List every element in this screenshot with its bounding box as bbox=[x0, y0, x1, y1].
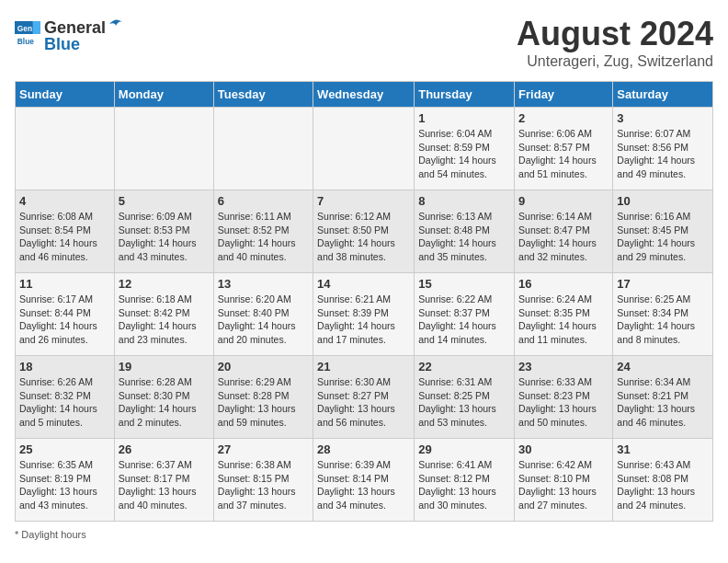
calendar-day-cell bbox=[313, 108, 415, 190]
calendar-day-cell: 23Sunrise: 6:33 AM Sunset: 8:23 PM Dayli… bbox=[515, 356, 613, 439]
day-info: Sunrise: 6:17 AM Sunset: 8:44 PM Dayligh… bbox=[19, 293, 110, 347]
calendar-day-cell: 5Sunrise: 6:09 AM Sunset: 8:53 PM Daylig… bbox=[114, 190, 213, 273]
calendar-day-cell: 24Sunrise: 6:34 AM Sunset: 8:21 PM Dayli… bbox=[613, 356, 713, 439]
day-info: Sunrise: 6:04 AM Sunset: 8:59 PM Dayligh… bbox=[418, 127, 510, 181]
calendar-day-cell: 15Sunrise: 6:22 AM Sunset: 8:37 PM Dayli… bbox=[415, 273, 515, 356]
calendar-day-cell: 17Sunrise: 6:25 AM Sunset: 8:34 PM Dayli… bbox=[613, 273, 713, 356]
day-info: Sunrise: 6:12 AM Sunset: 8:50 PM Dayligh… bbox=[317, 210, 410, 264]
day-info: Sunrise: 6:43 AM Sunset: 8:08 PM Dayligh… bbox=[617, 458, 709, 512]
day-info: Sunrise: 6:39 AM Sunset: 8:14 PM Dayligh… bbox=[317, 458, 410, 512]
title-area: August 2024 Unterageri, Zug, Switzerland bbox=[517, 15, 713, 70]
day-number: 20 bbox=[218, 360, 309, 373]
day-info: Sunrise: 6:16 AM Sunset: 8:45 PM Dayligh… bbox=[617, 210, 709, 264]
day-number: 11 bbox=[19, 277, 110, 291]
location-title: Unterageri, Zug, Switzerland bbox=[517, 53, 713, 70]
day-number: 21 bbox=[317, 360, 410, 373]
day-number: 3 bbox=[617, 111, 709, 125]
day-info: Sunrise: 6:26 AM Sunset: 8:32 PM Dayligh… bbox=[19, 375, 110, 430]
day-number: 7 bbox=[317, 194, 410, 208]
calendar-day-cell: 3Sunrise: 6:07 AM Sunset: 8:56 PM Daylig… bbox=[613, 108, 713, 190]
day-number: 23 bbox=[518, 360, 609, 373]
calendar-week-row: 11Sunrise: 6:17 AM Sunset: 8:44 PM Dayli… bbox=[16, 273, 713, 356]
day-number: 13 bbox=[218, 277, 309, 291]
calendar-day-cell: 1Sunrise: 6:04 AM Sunset: 8:59 PM Daylig… bbox=[415, 108, 515, 190]
day-number: 6 bbox=[218, 194, 309, 208]
day-number: 26 bbox=[119, 442, 210, 456]
calendar-day-cell: 4Sunrise: 6:08 AM Sunset: 8:54 PM Daylig… bbox=[16, 190, 115, 273]
day-info: Sunrise: 6:37 AM Sunset: 8:17 PM Dayligh… bbox=[119, 458, 210, 512]
day-info: Sunrise: 6:20 AM Sunset: 8:40 PM Dayligh… bbox=[218, 293, 309, 347]
calendar-week-row: 25Sunrise: 6:35 AM Sunset: 8:19 PM Dayli… bbox=[16, 439, 713, 522]
svg-text:Blue: Blue bbox=[17, 36, 34, 45]
calendar-day-cell bbox=[213, 108, 313, 190]
calendar-day-cell: 20Sunrise: 6:29 AM Sunset: 8:28 PM Dayli… bbox=[213, 356, 313, 439]
calendar-day-cell: 9Sunrise: 6:14 AM Sunset: 8:47 PM Daylig… bbox=[515, 190, 613, 273]
day-info: Sunrise: 6:22 AM Sunset: 8:37 PM Dayligh… bbox=[418, 293, 510, 347]
day-number: 25 bbox=[19, 442, 110, 456]
calendar-day-cell: 19Sunrise: 6:28 AM Sunset: 8:30 PM Dayli… bbox=[114, 356, 213, 439]
calendar-day-cell: 6Sunrise: 6:11 AM Sunset: 8:52 PM Daylig… bbox=[213, 190, 313, 273]
calendar-day-header: Wednesday bbox=[313, 82, 415, 108]
calendar-day-cell: 31Sunrise: 6:43 AM Sunset: 8:08 PM Dayli… bbox=[613, 439, 713, 522]
day-info: Sunrise: 6:35 AM Sunset: 8:19 PM Dayligh… bbox=[19, 458, 110, 512]
day-number: 5 bbox=[119, 194, 210, 208]
calendar-day-cell: 22Sunrise: 6:31 AM Sunset: 8:25 PM Dayli… bbox=[415, 356, 515, 439]
calendar-day-header: Friday bbox=[515, 82, 613, 108]
day-info: Sunrise: 6:08 AM Sunset: 8:54 PM Dayligh… bbox=[19, 210, 110, 264]
day-info: Sunrise: 6:38 AM Sunset: 8:15 PM Dayligh… bbox=[218, 458, 309, 512]
day-number: 31 bbox=[617, 442, 709, 456]
day-info: Sunrise: 6:34 AM Sunset: 8:21 PM Dayligh… bbox=[617, 375, 709, 430]
calendar-day-header: Monday bbox=[114, 82, 213, 108]
calendar-day-cell: 14Sunrise: 6:21 AM Sunset: 8:39 PM Dayli… bbox=[313, 273, 415, 356]
day-number: 8 bbox=[418, 194, 510, 208]
day-info: Sunrise: 6:25 AM Sunset: 8:34 PM Dayligh… bbox=[617, 293, 709, 347]
day-info: Sunrise: 6:29 AM Sunset: 8:28 PM Dayligh… bbox=[218, 375, 309, 430]
month-title: August 2024 bbox=[517, 15, 713, 53]
calendar-day-cell: 29Sunrise: 6:41 AM Sunset: 8:12 PM Dayli… bbox=[415, 439, 515, 522]
day-number: 29 bbox=[418, 442, 510, 456]
day-number: 22 bbox=[418, 360, 510, 373]
calendar-day-header: Sunday bbox=[16, 82, 115, 108]
calendar-day-cell: 2Sunrise: 6:06 AM Sunset: 8:57 PM Daylig… bbox=[515, 108, 613, 190]
day-number: 4 bbox=[19, 194, 110, 208]
calendar-day-cell: 21Sunrise: 6:30 AM Sunset: 8:27 PM Dayli… bbox=[313, 356, 415, 439]
day-number: 19 bbox=[119, 360, 210, 373]
logo-blue-text: Blue bbox=[44, 36, 124, 52]
calendar-day-cell: 27Sunrise: 6:38 AM Sunset: 8:15 PM Dayli… bbox=[213, 439, 313, 522]
logo-general-text: General bbox=[44, 19, 106, 36]
day-number: 16 bbox=[518, 277, 609, 291]
day-number: 30 bbox=[518, 442, 609, 456]
header: Gen Blue General Blue August 2024 Untera… bbox=[15, 15, 713, 70]
calendar-day-cell: 8Sunrise: 6:13 AM Sunset: 8:48 PM Daylig… bbox=[415, 190, 515, 273]
calendar-day-cell: 28Sunrise: 6:39 AM Sunset: 8:14 PM Dayli… bbox=[313, 439, 415, 522]
day-number: 27 bbox=[218, 442, 309, 456]
svg-text:Gen: Gen bbox=[17, 23, 32, 32]
calendar-day-cell bbox=[16, 108, 115, 190]
calendar-day-header: Thursday bbox=[415, 82, 515, 108]
calendar-day-cell: 13Sunrise: 6:20 AM Sunset: 8:40 PM Dayli… bbox=[213, 273, 313, 356]
day-info: Sunrise: 6:42 AM Sunset: 8:10 PM Dayligh… bbox=[518, 458, 609, 512]
calendar-day-cell: 25Sunrise: 6:35 AM Sunset: 8:19 PM Dayli… bbox=[16, 439, 115, 522]
calendar-week-row: 4Sunrise: 6:08 AM Sunset: 8:54 PM Daylig… bbox=[16, 190, 713, 273]
calendar-day-cell: 10Sunrise: 6:16 AM Sunset: 8:45 PM Dayli… bbox=[613, 190, 713, 273]
calendar-day-cell: 12Sunrise: 6:18 AM Sunset: 8:42 PM Dayli… bbox=[114, 273, 213, 356]
day-info: Sunrise: 6:18 AM Sunset: 8:42 PM Dayligh… bbox=[119, 293, 210, 347]
day-number: 1 bbox=[418, 111, 510, 125]
calendar-day-cell bbox=[114, 108, 213, 190]
day-number: 28 bbox=[317, 442, 410, 456]
calendar-day-cell: 30Sunrise: 6:42 AM Sunset: 8:10 PM Dayli… bbox=[515, 439, 613, 522]
day-info: Sunrise: 6:31 AM Sunset: 8:25 PM Dayligh… bbox=[418, 375, 510, 430]
day-number: 24 bbox=[617, 360, 709, 373]
day-number: 10 bbox=[617, 194, 709, 208]
day-info: Sunrise: 6:14 AM Sunset: 8:47 PM Dayligh… bbox=[518, 210, 609, 264]
day-number: 18 bbox=[19, 360, 110, 373]
logo-bird-icon bbox=[108, 15, 124, 33]
day-number: 9 bbox=[518, 194, 609, 208]
day-info: Sunrise: 6:28 AM Sunset: 8:30 PM Dayligh… bbox=[119, 375, 210, 430]
day-number: 15 bbox=[418, 277, 510, 291]
day-info: Sunrise: 6:09 AM Sunset: 8:53 PM Dayligh… bbox=[119, 210, 210, 264]
day-info: Sunrise: 6:33 AM Sunset: 8:23 PM Dayligh… bbox=[518, 375, 609, 430]
footer-note: * Daylight hours bbox=[15, 529, 713, 540]
calendar-week-row: 1Sunrise: 6:04 AM Sunset: 8:59 PM Daylig… bbox=[16, 108, 713, 190]
day-number: 2 bbox=[518, 111, 609, 125]
